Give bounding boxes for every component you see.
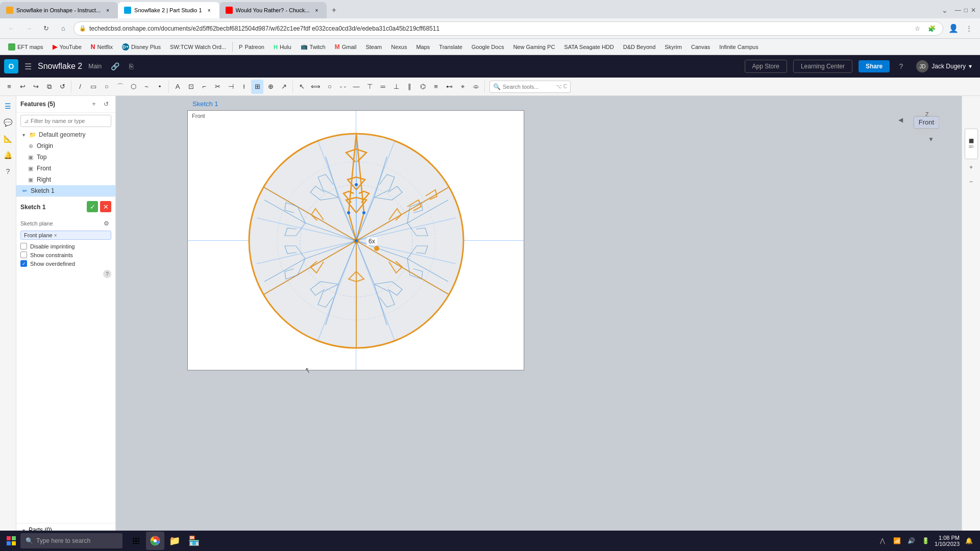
- sketch-confirm-button[interactable]: ✓: [87, 201, 98, 212]
- taskbar-search-box[interactable]: 🔍 Type here to search: [20, 533, 122, 548]
- tray-up-arrow-icon[interactable]: ⋀: [877, 536, 888, 546]
- offset-tool[interactable]: ⊕: [264, 80, 277, 94]
- windows-start-button[interactable]: [2, 532, 20, 550]
- circle-tool[interactable]: ○: [101, 80, 113, 94]
- copy-button[interactable]: ⧉: [43, 80, 55, 94]
- viewport-collapse-down-icon[interactable]: ▼: [928, 136, 934, 143]
- tab-snowflake-partstudio[interactable]: Snowflake 2 | Part Studio 1 ×: [118, 2, 219, 18]
- bookmark-eft-maps[interactable]: EFT maps: [4, 42, 47, 52]
- minimize-button[interactable]: —: [955, 7, 961, 14]
- sketch-plane-remove-icon[interactable]: ×: [54, 233, 57, 238]
- pattern-tool[interactable]: ⊞: [251, 80, 263, 94]
- constraint-coincident[interactable]: —: [350, 80, 362, 94]
- arc-tool[interactable]: ⌒: [114, 80, 126, 94]
- constraint-tan[interactable]: ⌬: [416, 80, 429, 94]
- bookmark-disney-plus[interactable]: D+ Disney Plus: [118, 42, 165, 52]
- user-menu[interactable]: JD Jack Dugery ▾: [912, 58, 976, 74]
- constraint-h[interactable]: ⊤: [363, 80, 376, 94]
- bookmark-maps[interactable]: Maps: [412, 42, 434, 52]
- bookmark-hulu[interactable]: H Hulu: [270, 42, 296, 52]
- bookmark-translate[interactable]: Translate: [435, 42, 466, 52]
- checkbox-show-constraints[interactable]: [20, 252, 27, 258]
- tab-close-2[interactable]: ×: [205, 6, 213, 14]
- reload-button[interactable]: ↻: [39, 21, 53, 36]
- bookmark-sata[interactable]: SATA Seagate HDD: [560, 42, 618, 52]
- tree-item-top[interactable]: ▣ Top: [16, 152, 115, 163]
- bookmark-nexus[interactable]: Nexus: [387, 42, 411, 52]
- onshape-logo[interactable]: O: [4, 59, 18, 73]
- tree-item-right[interactable]: ▣ Right: [16, 174, 115, 185]
- tree-item-default-geometry[interactable]: ▾ 📁 Default geometry: [16, 129, 115, 140]
- viewport-collapse-left-icon[interactable]: ◀: [898, 116, 903, 123]
- restore-button[interactable]: □: [964, 7, 968, 14]
- line-tool[interactable]: /: [74, 80, 86, 94]
- bookmark-gmail[interactable]: M Gmail: [331, 42, 361, 52]
- constraint-fix[interactable]: ⌖: [456, 80, 469, 94]
- bookmark-youtube[interactable]: ▶ YouTube: [48, 41, 86, 52]
- tray-volume-icon[interactable]: 🔊: [906, 536, 916, 546]
- add-feature-icon[interactable]: +: [89, 99, 99, 109]
- ref-tool[interactable]: ○: [324, 80, 336, 94]
- constraint-v[interactable]: ═: [377, 80, 389, 94]
- point-tool[interactable]: •: [154, 80, 166, 94]
- tab-close-1[interactable]: ×: [104, 6, 112, 14]
- extend-tool[interactable]: ⊣: [225, 80, 237, 94]
- chrome-settings-icon[interactable]: ⋮: [962, 21, 976, 36]
- checkbox-disable-imprinting[interactable]: [20, 243, 27, 249]
- app-store-button[interactable]: App Store: [745, 60, 787, 73]
- canvas-area[interactable]: Front: [116, 96, 980, 537]
- tree-item-front[interactable]: ▣ Front: [16, 163, 115, 174]
- bookmark-gaming-pc[interactable]: New Gaming PC: [509, 42, 559, 52]
- constraint-symm[interactable]: ⊷: [443, 80, 455, 94]
- bookmark-infinite-campus[interactable]: Infinite Campus: [715, 42, 762, 52]
- toolbar-search[interactable]: 🔍 ⌥ C: [489, 81, 571, 93]
- dim-tool[interactable]: ⟺: [309, 80, 323, 94]
- checkbox-show-overdefined[interactable]: ✓: [20, 260, 27, 267]
- bookmark-twitch[interactable]: 📺 Twitch: [297, 42, 330, 52]
- constraint-perp[interactable]: ⊥: [390, 80, 402, 94]
- toolbar-features-icon[interactable]: ≡: [3, 80, 15, 94]
- text-tool[interactable]: A: [172, 80, 184, 94]
- learning-center-button[interactable]: Learning Center: [793, 60, 852, 73]
- select-tool[interactable]: ↖: [296, 80, 308, 94]
- tab-snowflake-instructions[interactable]: Snowflake in Onshape - Instruct... ×: [0, 2, 118, 18]
- tray-clock[interactable]: 1:08 PM 1/10/2023: [935, 535, 960, 547]
- tray-battery-icon[interactable]: 🔋: [920, 536, 930, 546]
- bookmark-star-icon[interactable]: ☆: [911, 22, 923, 35]
- axis-indicator[interactable]: Z X Front ◀ ▼: [898, 102, 939, 143]
- bookmark-swtcw[interactable]: SW:TCW Watch Ord...: [166, 42, 230, 52]
- construction-tool[interactable]: - -: [337, 80, 349, 94]
- home-button[interactable]: ⌂: [56, 21, 70, 36]
- spline-tool[interactable]: ~: [140, 80, 153, 94]
- bookmark-netflix[interactable]: N Netflix: [87, 42, 117, 52]
- slot-tool[interactable]: ⊡: [185, 80, 197, 94]
- share-doc-icon[interactable]: ⎘: [124, 59, 138, 73]
- redo-button[interactable]: ↪: [30, 80, 42, 94]
- tray-network-icon[interactable]: 📶: [892, 536, 902, 546]
- features-filter-input[interactable]: [31, 118, 108, 124]
- transform-tool[interactable]: ↗: [278, 80, 290, 94]
- tab-close-3[interactable]: ×: [312, 6, 321, 14]
- close-window-button[interactable]: ✕: [971, 7, 976, 14]
- zoom-in-icon[interactable]: +: [965, 161, 977, 173]
- bookmark-steam[interactable]: Steam: [361, 42, 386, 52]
- tree-item-origin[interactable]: ⊕ Origin: [16, 140, 115, 152]
- sketch-cancel-button[interactable]: ✕: [100, 201, 111, 212]
- back-button[interactable]: ←: [4, 21, 18, 36]
- chat-sidebar-icon[interactable]: 💬: [2, 116, 14, 129]
- taskbar-task-view[interactable]: ⊞: [127, 532, 145, 550]
- features-sidebar-icon[interactable]: ☰: [2, 100, 14, 112]
- rectangle-tool[interactable]: ▭: [87, 80, 100, 94]
- help-icon[interactable]: ?: [894, 59, 908, 73]
- bookmark-patreon[interactable]: P Patreon: [235, 42, 268, 52]
- trim-tool[interactable]: ✂: [211, 80, 224, 94]
- toolbar-search-input[interactable]: [503, 84, 554, 90]
- undo-button[interactable]: ↩: [16, 80, 29, 94]
- inspector-sidebar-icon[interactable]: 📐: [2, 133, 14, 145]
- features-filter[interactable]: ⊿: [20, 115, 111, 127]
- bookmark-skyrim[interactable]: Skyrim: [660, 42, 686, 52]
- constraint-par[interactable]: ∥: [403, 80, 415, 94]
- forward-button[interactable]: →: [21, 21, 36, 36]
- tree-toggle-default-geometry[interactable]: ▾: [20, 132, 27, 138]
- notifications-sidebar-icon[interactable]: 🔔: [2, 149, 14, 161]
